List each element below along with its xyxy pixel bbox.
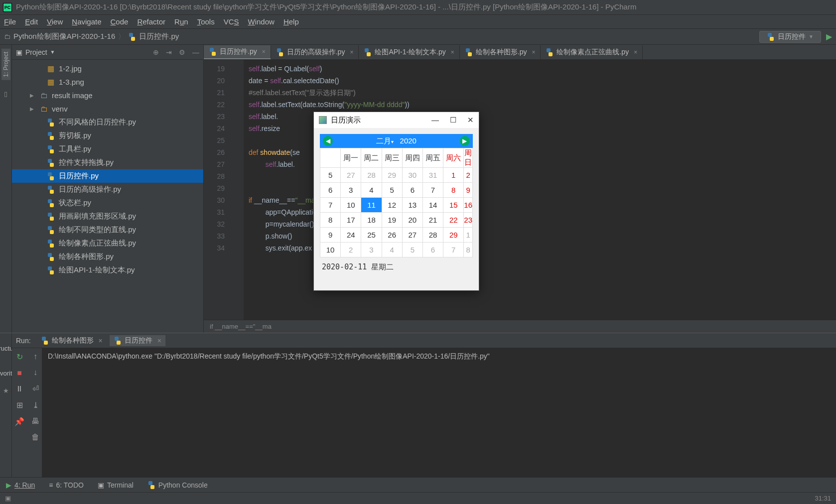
star-icon[interactable]: ★	[3, 387, 9, 394]
tree-item[interactable]: 绘制各种图形.py	[12, 250, 203, 263]
menu-refactor[interactable]: Refactor	[137, 17, 165, 26]
tree-item[interactable]: 绘制不同类型的直线.py	[12, 223, 203, 237]
close-button[interactable]: ✕	[467, 116, 474, 125]
close-run-tab[interactable]: ×	[99, 337, 103, 345]
maximize-button[interactable]: ☐	[450, 116, 456, 125]
run-config-selector[interactable]: 日历控件 ▼	[759, 31, 821, 43]
run-tab[interactable]: 日历控件×	[110, 335, 165, 346]
calendar-day[interactable]: 29	[443, 228, 464, 243]
run-tool-tab[interactable]: ▶4: Run	[6, 481, 35, 489]
calendar-day[interactable]: 27	[402, 228, 422, 243]
calendar-day[interactable]: 13	[402, 198, 422, 213]
tree-item[interactable]: 工具栏.py	[12, 142, 203, 156]
calendar-day[interactable]: 29	[382, 168, 402, 183]
hide-icon[interactable]: —	[192, 48, 199, 56]
pin-button[interactable]: 📌	[14, 417, 24, 426]
breadcrumb-file[interactable]: 日历控件.py	[139, 32, 179, 41]
menu-help[interactable]: Help	[283, 17, 299, 26]
code-breadcrumb[interactable]: if __name__=="__ma	[204, 320, 836, 333]
calendar-day[interactable]: 27	[341, 168, 361, 183]
minimize-button[interactable]: —	[431, 116, 439, 125]
editor-tab[interactable]: 绘图API-1-绘制文本.py×	[359, 45, 459, 59]
calendar-day[interactable]: 7	[443, 243, 464, 257]
calendar-day[interactable]: 18	[361, 213, 382, 228]
run-tab[interactable]: 绘制各种图形×	[37, 335, 107, 346]
editor-tab[interactable]: 日历控件.py×	[204, 45, 271, 59]
calendar-day[interactable]: 14	[422, 198, 443, 213]
tree-item[interactable]: ▶🗀result image	[12, 89, 203, 102]
close-tab-button[interactable]: ×	[532, 49, 535, 56]
calendar-day[interactable]: 12	[382, 198, 402, 213]
calendar-day[interactable]: 23	[464, 213, 473, 228]
calendar-day[interactable]: 21	[422, 213, 443, 228]
close-tab-button[interactable]: ×	[634, 49, 637, 56]
collapse-icon[interactable]: ⇥	[166, 48, 172, 56]
stop-button[interactable]: ■	[17, 369, 22, 378]
print-button[interactable]: 🖶	[31, 417, 39, 426]
calendar-day[interactable]: 9	[464, 183, 473, 198]
close-tab-button[interactable]: ×	[451, 49, 454, 56]
calendar-day[interactable]: 5	[382, 183, 402, 198]
close-tab-button[interactable]: ×	[262, 48, 266, 55]
tree-item[interactable]: 日历控件.py	[12, 169, 203, 183]
tree-item[interactable]: 状态栏.py	[12, 196, 203, 210]
calendar-day[interactable]: 16	[464, 198, 473, 213]
tree-item[interactable]: ▦1-2.jpg	[12, 62, 203, 75]
todo-tool-tab[interactable]: ≡6: TODO	[49, 481, 84, 489]
project-tool-tab[interactable]: 1: Project	[1, 49, 10, 80]
prev-month-button[interactable]: ◀	[323, 136, 333, 146]
tree-item[interactable]: 不同风格的日历控件.py	[12, 116, 203, 129]
calendar-day[interactable]: 22	[443, 213, 464, 228]
calendar-day[interactable]: 19	[382, 213, 402, 228]
breadcrumb-root[interactable]: Python绘制图像API-2020-1-16	[13, 32, 115, 41]
year-label[interactable]: 2020	[400, 136, 417, 145]
calendar-day[interactable]: 3	[341, 183, 361, 198]
tree-item[interactable]: 剪切板.py	[12, 129, 203, 142]
up-button[interactable]: ↑	[33, 352, 37, 361]
calendar-day[interactable]: 28	[361, 168, 382, 183]
menu-tools[interactable]: Tools	[197, 17, 215, 26]
calendar-day[interactable]: 8	[464, 243, 473, 257]
down-button[interactable]: ↓	[33, 368, 37, 377]
calendar-day[interactable]: 4	[361, 183, 382, 198]
menu-run[interactable]: Run	[174, 17, 188, 26]
next-month-button[interactable]: ▶	[460, 136, 470, 146]
calendar-day[interactable]: 6	[402, 183, 422, 198]
editor-tab[interactable]: 绘制各种图形.py×	[460, 45, 541, 59]
calendar-day[interactable]: 7	[422, 183, 443, 198]
calendar-day[interactable]: 2	[341, 243, 361, 257]
scroll-button[interactable]: ⤓	[32, 400, 39, 410]
trash-button[interactable]: 🗑	[31, 433, 39, 442]
python-console-tool-tab[interactable]: Python Console	[147, 481, 208, 489]
calendar-grid[interactable]: 周一周二周三周四周五周六周日52728293031126345678971011…	[320, 148, 473, 257]
calendar-day[interactable]: 28	[422, 228, 443, 243]
calendar-day[interactable]: 6	[422, 243, 443, 257]
chevron-down-icon[interactable]: ▼	[50, 49, 55, 55]
editor-tab[interactable]: 绘制像素点正弦曲线.py×	[541, 45, 643, 59]
calendar-day[interactable]: 10	[341, 198, 361, 213]
calendar-day[interactable]: 17	[341, 213, 361, 228]
calendar-day[interactable]: 8	[443, 183, 464, 198]
calendar-day[interactable]: 25	[361, 228, 382, 243]
tree-item[interactable]: ▦1-3.png	[12, 75, 203, 89]
calendar-day[interactable]: 4	[382, 243, 402, 257]
calendar-app-window[interactable]: 日历演示 — ☐ ✕ ◀ 二月▾ 2020 ▶ 周一周二周三周四周五周六周日52…	[313, 112, 479, 291]
fold-gutter[interactable]	[229, 60, 244, 320]
editor-tab[interactable]: 日历的高级操作.py×	[271, 45, 359, 59]
status-left-icon[interactable]: ▣	[5, 495, 11, 502]
calendar-day[interactable]: 1	[464, 228, 473, 243]
calendar-day[interactable]: 2	[464, 168, 473, 183]
bookmark-icon[interactable]: ▯	[4, 90, 7, 98]
calendar-day[interactable]: 15	[443, 198, 464, 213]
tree-item[interactable]: 控件支持拖拽.py	[12, 156, 203, 169]
calendar-titlebar[interactable]: 日历演示 — ☐ ✕	[314, 112, 479, 128]
project-tree[interactable]: ▦1-2.jpg▦1-3.png▶🗀result image▶🗀venv不同风格…	[12, 60, 203, 333]
layout-button[interactable]: ⊞	[16, 400, 23, 410]
close-tab-button[interactable]: ×	[350, 49, 353, 56]
calendar-day[interactable]: 30	[402, 168, 422, 183]
calendar-day[interactable]: 1	[443, 168, 464, 183]
line-gutter[interactable]: 19202122232425262728293031323334	[204, 60, 229, 320]
menu-file[interactable]: File	[4, 17, 16, 26]
month-label[interactable]: 二月	[376, 136, 391, 145]
run-button[interactable]: ▶	[826, 32, 832, 41]
